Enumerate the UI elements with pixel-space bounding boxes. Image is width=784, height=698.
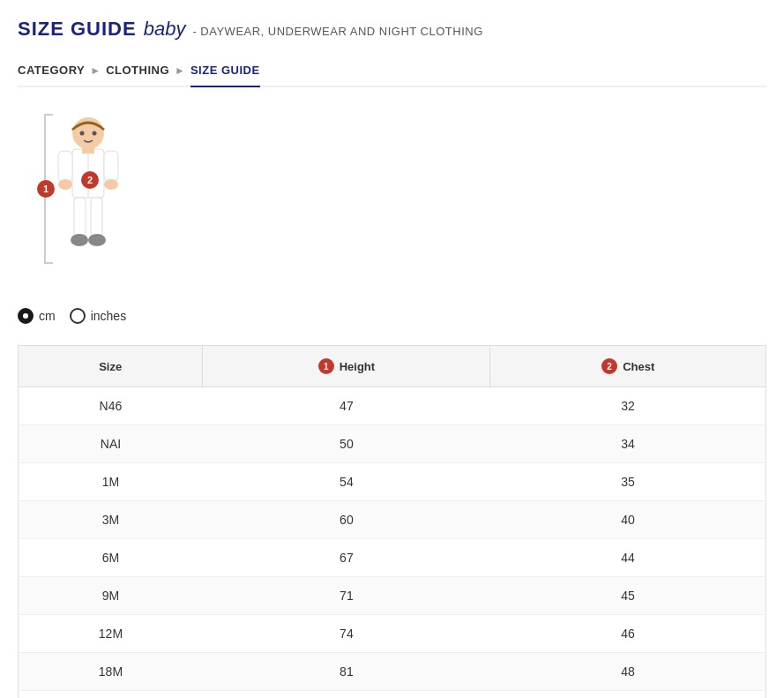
breadcrumb-sep-1: ►	[90, 64, 101, 77]
cell-chest: 34	[490, 425, 766, 463]
badge-chest: 2	[81, 171, 99, 189]
table-row: 12M 74 46	[19, 615, 766, 653]
cell-size: 1M	[19, 463, 203, 501]
badge-height: 1	[37, 180, 55, 198]
cell-height: 67	[203, 539, 490, 577]
table-header-row: Size 1 Height 2 Chest	[19, 346, 766, 387]
svg-point-9	[71, 234, 88, 246]
unit-cm[interactable]: cm	[18, 308, 56, 324]
bracket-bottom	[44, 262, 53, 264]
col-header-height: 1 Height	[203, 346, 490, 387]
table-row: 6M 67 44	[19, 539, 766, 577]
cell-size: NAI	[19, 425, 203, 463]
chest-badge: 2	[601, 358, 617, 374]
cell-height: 86	[203, 691, 490, 699]
col-size-label: Size	[99, 360, 122, 373]
height-badge: 1	[318, 358, 334, 374]
radio-inches[interactable]	[70, 308, 86, 324]
breadcrumb-size-guide[interactable]: SIZE GUIDE	[190, 55, 260, 87]
cell-chest: 48	[490, 653, 766, 691]
bracket-top	[44, 114, 53, 116]
table-row: 1M 54 35	[19, 463, 766, 501]
table-row: N46 47 32	[19, 387, 766, 425]
svg-rect-4	[104, 151, 118, 182]
inches-label: inches	[91, 309, 126, 323]
cell-size: 9M	[19, 577, 203, 615]
cell-height: 47	[203, 387, 490, 425]
cell-chest: 46	[490, 615, 766, 653]
svg-rect-7	[74, 198, 86, 237]
table-row: 24M 86 50	[19, 691, 766, 699]
cell-size: 6M	[19, 539, 203, 577]
svg-point-12	[80, 131, 85, 136]
radio-cm[interactable]	[18, 308, 34, 324]
table-row: 18M 81 48	[19, 653, 766, 691]
cell-size: 12M	[19, 615, 203, 653]
cell-height: 60	[203, 501, 490, 539]
cell-size: 3M	[19, 501, 203, 539]
col-height-label: Height	[340, 360, 375, 373]
size-table: Size 1 Height 2 Chest N46 47	[18, 345, 766, 698]
cell-chest: 45	[490, 577, 766, 615]
unit-toggle[interactable]: cm inches	[18, 308, 766, 324]
page-title-area: SIZE GUIDE baby - DAYWEAR, UNDERWEAR AND…	[18, 18, 766, 41]
cell-chest: 40	[490, 501, 766, 539]
col-header-size: Size	[19, 346, 203, 387]
baby-illustration	[53, 114, 123, 264]
cell-chest: 35	[490, 463, 766, 501]
cell-height: 71	[203, 577, 490, 615]
col-header-chest: 2 Chest	[490, 346, 766, 387]
cell-size: N46	[19, 387, 203, 425]
cell-height: 50	[203, 425, 490, 463]
svg-point-5	[58, 179, 72, 190]
breadcrumb-sep-2: ►	[175, 64, 185, 77]
breadcrumb-clothing[interactable]: CLOTHING	[106, 55, 169, 86]
col-chest-badge-container: 2 Chest	[601, 358, 654, 374]
svg-point-13	[93, 131, 97, 136]
table-row: NAI 50 34	[19, 425, 766, 463]
svg-rect-3	[58, 151, 72, 182]
svg-rect-8	[91, 198, 102, 237]
breadcrumb-category[interactable]: CATEGORY	[18, 55, 85, 86]
unit-inches[interactable]: inches	[70, 308, 126, 324]
table-row: 9M 71 45	[19, 577, 766, 615]
cell-size: 18M	[19, 653, 203, 691]
cell-height: 54	[203, 463, 490, 501]
svg-point-6	[104, 179, 118, 190]
table-row: 3M 60 40	[19, 501, 766, 539]
col-chest-label: Chest	[623, 360, 654, 373]
svg-rect-11	[82, 146, 94, 154]
breadcrumb: CATEGORY ► CLOTHING ► SIZE GUIDE	[18, 55, 766, 87]
title-size-guide: SIZE GUIDE	[18, 18, 137, 41]
cell-chest: 32	[490, 387, 766, 425]
title-baby: baby	[144, 18, 186, 41]
cell-chest: 44	[490, 539, 766, 577]
cell-height: 81	[203, 653, 490, 691]
cm-label: cm	[39, 309, 56, 323]
svg-point-10	[88, 234, 106, 246]
cell-size: 24M	[19, 691, 203, 699]
cell-chest: 50	[490, 691, 766, 699]
figure-area: 1	[18, 114, 766, 290]
title-subtitle: - DAYWEAR, UNDERWEAR AND NIGHT CLOTHING	[192, 25, 482, 38]
cell-height: 74	[203, 615, 490, 653]
col-height-badge-container: 1 Height	[318, 358, 375, 374]
baby-figure: 1	[18, 114, 141, 264]
page-wrapper: SIZE GUIDE baby - DAYWEAR, UNDERWEAR AND…	[0, 0, 784, 698]
